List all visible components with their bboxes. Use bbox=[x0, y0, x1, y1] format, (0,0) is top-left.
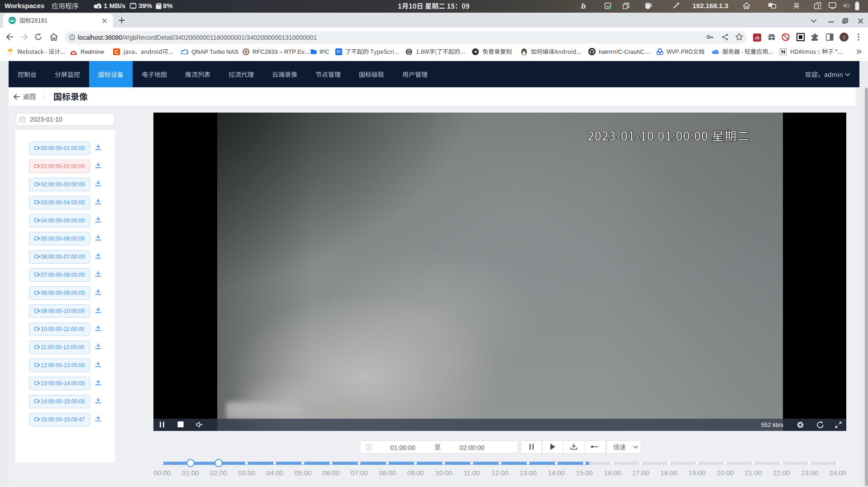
svg-text:I: I bbox=[843, 35, 844, 40]
svg-text:JS: JS bbox=[755, 36, 760, 40]
svg-text:C: C bbox=[115, 49, 119, 55]
